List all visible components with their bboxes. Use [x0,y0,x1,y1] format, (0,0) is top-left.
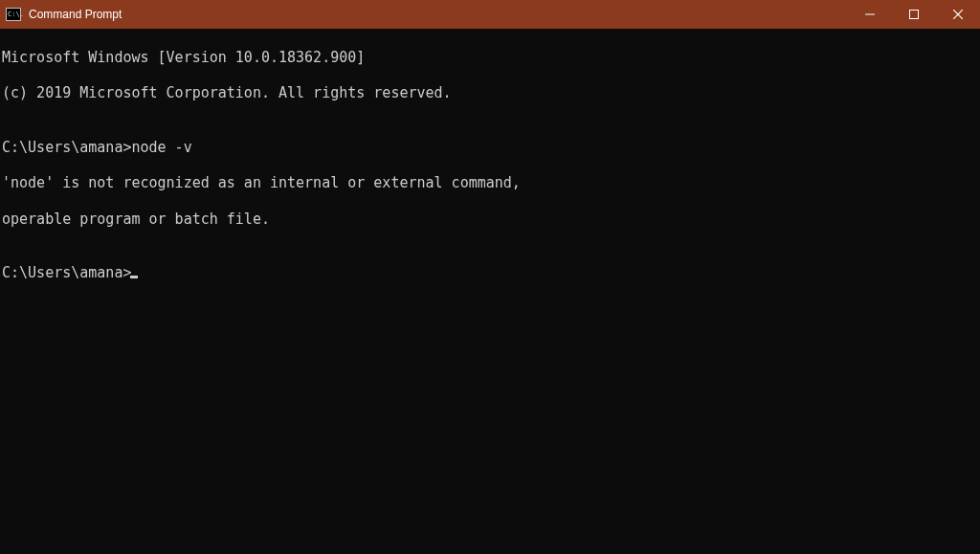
window-titlebar: C:\. Command Prompt [0,0,980,29]
window-title: Command Prompt [29,8,122,21]
close-icon [953,10,963,19]
titlebar-left: C:\. Command Prompt [0,8,122,21]
minimize-icon [865,10,875,19]
copyright-line: (c) 2019 Microsoft Corporation. All righ… [2,84,980,102]
error-line-1: 'node' is not recognized as an internal … [2,174,980,192]
svg-rect-1 [910,11,919,19]
cmd-icon[interactable]: C:\. [6,8,21,21]
prompt-line-1: C:\Users\amana>node -v [2,139,980,157]
prompt-path: C:\Users\amana> [2,264,131,281]
version-line: Microsoft Windows [Version 10.0.18362.90… [2,49,980,67]
maximize-icon [909,10,919,19]
terminal-output[interactable]: Microsoft Windows [Version 10.0.18362.90… [0,29,980,554]
window-controls [848,0,980,29]
close-button[interactable] [936,0,980,29]
prompt-command: node -v [131,139,191,156]
cursor [130,276,138,278]
prompt-line-2: C:\Users\amana> [2,264,980,282]
prompt-path: C:\Users\amana> [2,139,131,156]
error-line-2: operable program or batch file. [2,211,980,229]
maximize-button[interactable] [892,0,936,29]
minimize-button[interactable] [848,0,892,29]
